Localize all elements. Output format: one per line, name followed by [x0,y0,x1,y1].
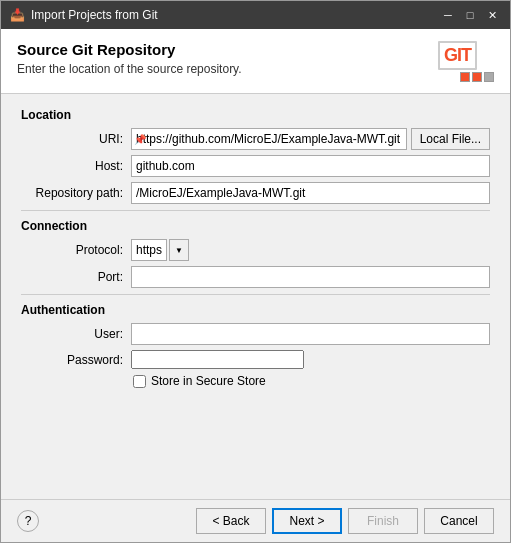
local-file-button[interactable]: Local File... [411,128,490,150]
port-label: Port: [21,270,131,284]
user-input[interactable] [131,323,490,345]
bottom-left: ? [17,510,39,532]
repo-path-label: Repository path: [21,186,131,200]
uri-label: URI: [21,132,131,146]
titlebar-buttons: ─ □ ✕ [438,7,502,23]
titlebar: 📥 Import Projects from Git ─ □ ✕ [1,1,510,29]
window-icon: 📥 [9,7,25,23]
window-title: Import Projects from Git [31,8,158,22]
git-logo-sq1 [460,72,470,82]
bottom-right: < Back Next > Finish Cancel [196,508,494,534]
finish-button[interactable]: Finish [348,508,418,534]
protocol-group: Protocol: https ▼ [21,239,490,261]
protocol-select[interactable]: https ▼ [131,239,189,261]
bottom-bar: ? < Back Next > Finish Cancel [1,499,510,542]
header-text: Source Git Repository Enter the location… [17,41,242,76]
user-group: User: [21,323,490,345]
password-input[interactable] [131,350,304,369]
uri-group: URI: 📌 Local File... [21,128,490,150]
location-divider [21,210,490,211]
host-group: Host: [21,155,490,177]
port-group: Port: [21,266,490,288]
titlebar-left: 📥 Import Projects from Git [9,7,158,23]
host-input[interactable] [131,155,490,177]
main-window: 📥 Import Projects from Git ─ □ ✕ Source … [0,0,511,543]
host-label: Host: [21,159,131,173]
secure-store-group: Store in Secure Store [133,374,490,388]
protocol-dropdown-arrow[interactable]: ▼ [169,239,189,261]
secure-store-checkbox[interactable] [133,375,146,388]
protocol-label: Protocol: [21,243,131,257]
git-logo: GIT [438,41,494,81]
repo-path-input[interactable] [131,182,490,204]
cancel-button[interactable]: Cancel [424,508,494,534]
password-group: Password: [21,350,490,369]
help-button[interactable]: ? [17,510,39,532]
password-label: Password: [21,353,131,367]
auth-section-label: Authentication [21,303,490,317]
uri-container: 📌 Local File... [131,128,490,150]
uri-input-wrapper: 📌 [131,128,407,150]
port-input[interactable] [131,266,490,288]
connection-section: Connection Protocol: https ▼ Port: [21,219,490,288]
header-subtitle: Enter the location of the source reposit… [17,62,242,76]
minimize-button[interactable]: ─ [438,7,458,23]
uri-input[interactable] [131,128,407,150]
form-area: Location URI: 📌 Local File... Host: [1,94,510,499]
auth-divider [21,294,490,295]
dialog-header: Source Git Repository Enter the location… [1,29,510,94]
maximize-button[interactable]: □ [460,7,480,23]
protocol-value: https [131,239,167,261]
git-logo-sq3 [484,72,494,82]
git-logo-bottom [438,72,494,82]
location-section: Location URI: 📌 Local File... Host: [21,108,490,204]
back-button[interactable]: < Back [196,508,266,534]
git-logo-text: GIT [438,41,477,70]
connection-section-label: Connection [21,219,490,233]
repo-path-group: Repository path: [21,182,490,204]
close-button[interactable]: ✕ [482,7,502,23]
header-title: Source Git Repository [17,41,242,58]
auth-section: Authentication User: Password: Store in … [21,303,490,388]
uri-icon: 📌 [134,134,146,145]
git-logo-sq2 [472,72,482,82]
user-label: User: [21,327,131,341]
next-button[interactable]: Next > [272,508,342,534]
secure-store-label: Store in Secure Store [151,374,266,388]
location-section-label: Location [21,108,490,122]
